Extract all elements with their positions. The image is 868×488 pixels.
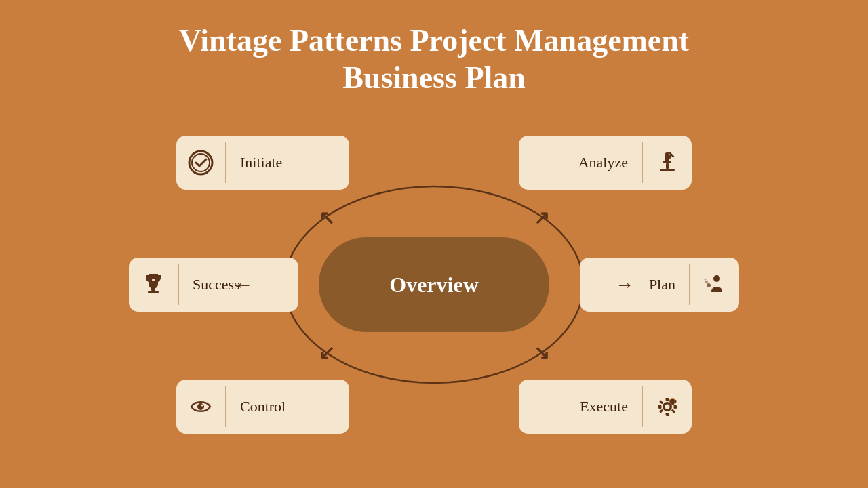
arrow-lower-right: ↘: [534, 344, 549, 363]
svg-point-2: [192, 154, 210, 171]
analyze-label: Analyze: [565, 154, 642, 171]
arrow-lower-left: ↙: [319, 344, 334, 363]
arrow-left: ←: [234, 275, 253, 294]
card-plan[interactable]: Plan: [580, 258, 739, 312]
svg-point-12: [705, 279, 707, 281]
microscope-icon: [643, 136, 692, 190]
svg-point-19: [152, 279, 155, 281]
control-label: Control: [226, 398, 299, 415]
card-initiate[interactable]: Initiate: [176, 136, 349, 190]
svg-rect-4: [663, 161, 671, 163]
thought-bubble-icon: [690, 258, 739, 312]
svg-rect-17: [151, 287, 155, 291]
svg-point-1: [189, 151, 212, 174]
arrow-upper-left: ↖: [319, 209, 334, 228]
diagram-area: Overview Initiate Analyz: [95, 108, 773, 461]
svg-point-7: [667, 155, 671, 159]
svg-rect-6: [660, 169, 675, 171]
badge-check-icon: [176, 136, 225, 190]
page-title: Vintage Patterns Project Management Busi…: [179, 22, 689, 96]
eye-icon: [176, 380, 225, 434]
initiate-label: Initiate: [226, 154, 296, 171]
card-success[interactable]: Success: [129, 258, 298, 312]
plan-label: Plan: [635, 276, 689, 293]
card-control[interactable]: Control: [176, 380, 349, 434]
trophy-icon: [129, 258, 178, 312]
arrow-right: →: [615, 275, 634, 294]
gear-icon: [643, 380, 692, 434]
center-label: Overview: [389, 272, 479, 298]
svg-point-10: [707, 283, 711, 287]
svg-point-16: [201, 405, 203, 407]
svg-point-15: [197, 403, 204, 410]
execute-label: Execute: [566, 398, 642, 415]
card-analyze[interactable]: Analyze: [519, 136, 692, 190]
svg-point-9: [713, 275, 720, 282]
svg-point-11: [705, 281, 708, 283]
svg-rect-5: [666, 163, 669, 169]
svg-rect-18: [148, 291, 159, 293]
card-execute[interactable]: Execute: [519, 380, 692, 434]
center-oval: Overview: [319, 237, 549, 332]
arrow-upper-right: ↗: [534, 209, 549, 228]
